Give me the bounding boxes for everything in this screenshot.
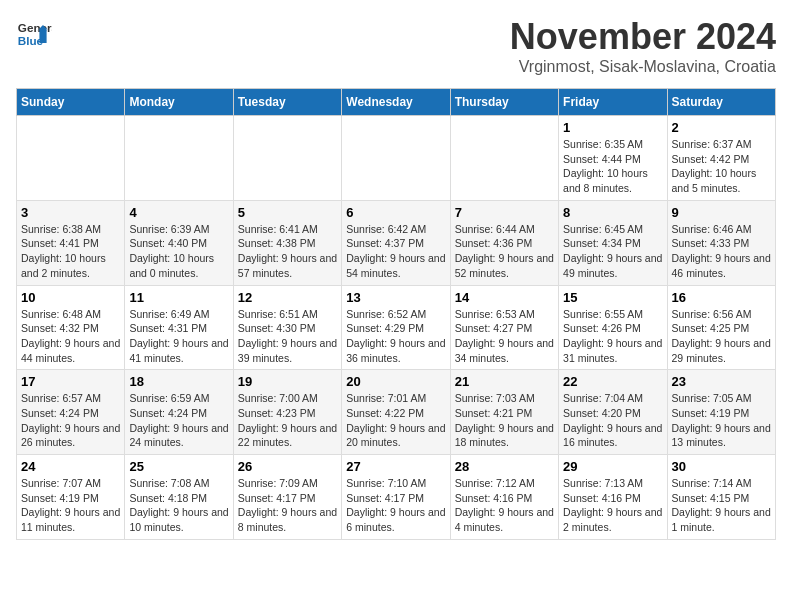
day-number: 30 xyxy=(672,459,771,474)
calendar-cell xyxy=(342,116,450,201)
day-number: 24 xyxy=(21,459,120,474)
day-number: 12 xyxy=(238,290,337,305)
day-number: 28 xyxy=(455,459,554,474)
calendar-cell: 29Sunrise: 7:13 AM Sunset: 4:16 PM Dayli… xyxy=(559,455,667,540)
calendar-cell: 17Sunrise: 6:57 AM Sunset: 4:24 PM Dayli… xyxy=(17,370,125,455)
day-number: 10 xyxy=(21,290,120,305)
calendar-cell: 24Sunrise: 7:07 AM Sunset: 4:19 PM Dayli… xyxy=(17,455,125,540)
page-title: November 2024 xyxy=(510,16,776,58)
day-info: Sunrise: 6:45 AM Sunset: 4:34 PM Dayligh… xyxy=(563,222,662,281)
day-info: Sunrise: 7:03 AM Sunset: 4:21 PM Dayligh… xyxy=(455,391,554,450)
day-info: Sunrise: 6:41 AM Sunset: 4:38 PM Dayligh… xyxy=(238,222,337,281)
day-number: 17 xyxy=(21,374,120,389)
day-number: 23 xyxy=(672,374,771,389)
calendar-cell xyxy=(450,116,558,201)
day-info: Sunrise: 7:04 AM Sunset: 4:20 PM Dayligh… xyxy=(563,391,662,450)
svg-text:General: General xyxy=(18,21,52,34)
calendar-cell: 14Sunrise: 6:53 AM Sunset: 4:27 PM Dayli… xyxy=(450,285,558,370)
calendar-cell: 10Sunrise: 6:48 AM Sunset: 4:32 PM Dayli… xyxy=(17,285,125,370)
title-area: November 2024 Vrginmost, Sisak-Moslavina… xyxy=(510,16,776,76)
day-info: Sunrise: 6:55 AM Sunset: 4:26 PM Dayligh… xyxy=(563,307,662,366)
calendar-cell: 8Sunrise: 6:45 AM Sunset: 4:34 PM Daylig… xyxy=(559,200,667,285)
day-number: 14 xyxy=(455,290,554,305)
calendar-week-row: 3Sunrise: 6:38 AM Sunset: 4:41 PM Daylig… xyxy=(17,200,776,285)
day-info: Sunrise: 6:49 AM Sunset: 4:31 PM Dayligh… xyxy=(129,307,228,366)
calendar-cell: 5Sunrise: 6:41 AM Sunset: 4:38 PM Daylig… xyxy=(233,200,341,285)
calendar-table: SundayMondayTuesdayWednesdayThursdayFrid… xyxy=(16,88,776,540)
page-subtitle: Vrginmost, Sisak-Moslavina, Croatia xyxy=(510,58,776,76)
weekday-header-cell: Friday xyxy=(559,89,667,116)
calendar-cell: 20Sunrise: 7:01 AM Sunset: 4:22 PM Dayli… xyxy=(342,370,450,455)
calendar-cell: 15Sunrise: 6:55 AM Sunset: 4:26 PM Dayli… xyxy=(559,285,667,370)
calendar-cell: 23Sunrise: 7:05 AM Sunset: 4:19 PM Dayli… xyxy=(667,370,775,455)
logo-icon: General Blue xyxy=(16,16,52,52)
calendar-cell: 19Sunrise: 7:00 AM Sunset: 4:23 PM Dayli… xyxy=(233,370,341,455)
calendar-cell xyxy=(233,116,341,201)
weekday-header-row: SundayMondayTuesdayWednesdayThursdayFrid… xyxy=(17,89,776,116)
day-info: Sunrise: 7:07 AM Sunset: 4:19 PM Dayligh… xyxy=(21,476,120,535)
day-info: Sunrise: 6:57 AM Sunset: 4:24 PM Dayligh… xyxy=(21,391,120,450)
day-info: Sunrise: 7:00 AM Sunset: 4:23 PM Dayligh… xyxy=(238,391,337,450)
day-info: Sunrise: 7:01 AM Sunset: 4:22 PM Dayligh… xyxy=(346,391,445,450)
day-number: 19 xyxy=(238,374,337,389)
calendar-week-row: 24Sunrise: 7:07 AM Sunset: 4:19 PM Dayli… xyxy=(17,455,776,540)
calendar-cell: 7Sunrise: 6:44 AM Sunset: 4:36 PM Daylig… xyxy=(450,200,558,285)
day-info: Sunrise: 6:35 AM Sunset: 4:44 PM Dayligh… xyxy=(563,137,662,196)
weekday-header-cell: Thursday xyxy=(450,89,558,116)
header: General Blue November 2024 Vrginmost, Si… xyxy=(16,16,776,76)
calendar-cell: 9Sunrise: 6:46 AM Sunset: 4:33 PM Daylig… xyxy=(667,200,775,285)
calendar-cell: 18Sunrise: 6:59 AM Sunset: 4:24 PM Dayli… xyxy=(125,370,233,455)
day-number: 15 xyxy=(563,290,662,305)
day-info: Sunrise: 7:05 AM Sunset: 4:19 PM Dayligh… xyxy=(672,391,771,450)
day-info: Sunrise: 6:53 AM Sunset: 4:27 PM Dayligh… xyxy=(455,307,554,366)
day-info: Sunrise: 7:14 AM Sunset: 4:15 PM Dayligh… xyxy=(672,476,771,535)
calendar-cell: 1Sunrise: 6:35 AM Sunset: 4:44 PM Daylig… xyxy=(559,116,667,201)
day-info: Sunrise: 7:10 AM Sunset: 4:17 PM Dayligh… xyxy=(346,476,445,535)
day-number: 3 xyxy=(21,205,120,220)
calendar-cell: 11Sunrise: 6:49 AM Sunset: 4:31 PM Dayli… xyxy=(125,285,233,370)
weekday-header-cell: Wednesday xyxy=(342,89,450,116)
day-number: 7 xyxy=(455,205,554,220)
calendar-cell: 4Sunrise: 6:39 AM Sunset: 4:40 PM Daylig… xyxy=(125,200,233,285)
day-number: 27 xyxy=(346,459,445,474)
day-info: Sunrise: 6:51 AM Sunset: 4:30 PM Dayligh… xyxy=(238,307,337,366)
day-number: 8 xyxy=(563,205,662,220)
day-info: Sunrise: 7:09 AM Sunset: 4:17 PM Dayligh… xyxy=(238,476,337,535)
calendar-cell: 22Sunrise: 7:04 AM Sunset: 4:20 PM Dayli… xyxy=(559,370,667,455)
day-info: Sunrise: 6:38 AM Sunset: 4:41 PM Dayligh… xyxy=(21,222,120,281)
calendar-cell: 3Sunrise: 6:38 AM Sunset: 4:41 PM Daylig… xyxy=(17,200,125,285)
calendar-cell: 13Sunrise: 6:52 AM Sunset: 4:29 PM Dayli… xyxy=(342,285,450,370)
day-info: Sunrise: 6:52 AM Sunset: 4:29 PM Dayligh… xyxy=(346,307,445,366)
day-info: Sunrise: 6:44 AM Sunset: 4:36 PM Dayligh… xyxy=(455,222,554,281)
day-number: 18 xyxy=(129,374,228,389)
weekday-header-cell: Monday xyxy=(125,89,233,116)
day-number: 20 xyxy=(346,374,445,389)
calendar-cell: 21Sunrise: 7:03 AM Sunset: 4:21 PM Dayli… xyxy=(450,370,558,455)
calendar-cell: 12Sunrise: 6:51 AM Sunset: 4:30 PM Dayli… xyxy=(233,285,341,370)
day-info: Sunrise: 6:46 AM Sunset: 4:33 PM Dayligh… xyxy=(672,222,771,281)
day-number: 4 xyxy=(129,205,228,220)
calendar-cell: 25Sunrise: 7:08 AM Sunset: 4:18 PM Dayli… xyxy=(125,455,233,540)
day-info: Sunrise: 7:12 AM Sunset: 4:16 PM Dayligh… xyxy=(455,476,554,535)
calendar-cell: 26Sunrise: 7:09 AM Sunset: 4:17 PM Dayli… xyxy=(233,455,341,540)
day-number: 25 xyxy=(129,459,228,474)
calendar-cell: 16Sunrise: 6:56 AM Sunset: 4:25 PM Dayli… xyxy=(667,285,775,370)
day-number: 21 xyxy=(455,374,554,389)
day-number: 9 xyxy=(672,205,771,220)
day-number: 11 xyxy=(129,290,228,305)
day-info: Sunrise: 6:48 AM Sunset: 4:32 PM Dayligh… xyxy=(21,307,120,366)
day-number: 29 xyxy=(563,459,662,474)
calendar-cell: 30Sunrise: 7:14 AM Sunset: 4:15 PM Dayli… xyxy=(667,455,775,540)
day-info: Sunrise: 6:37 AM Sunset: 4:42 PM Dayligh… xyxy=(672,137,771,196)
weekday-header-cell: Saturday xyxy=(667,89,775,116)
day-number: 6 xyxy=(346,205,445,220)
calendar-week-row: 17Sunrise: 6:57 AM Sunset: 4:24 PM Dayli… xyxy=(17,370,776,455)
calendar-week-row: 1Sunrise: 6:35 AM Sunset: 4:44 PM Daylig… xyxy=(17,116,776,201)
day-number: 16 xyxy=(672,290,771,305)
weekday-header-cell: Tuesday xyxy=(233,89,341,116)
calendar-week-row: 10Sunrise: 6:48 AM Sunset: 4:32 PM Dayli… xyxy=(17,285,776,370)
day-info: Sunrise: 6:39 AM Sunset: 4:40 PM Dayligh… xyxy=(129,222,228,281)
day-info: Sunrise: 6:59 AM Sunset: 4:24 PM Dayligh… xyxy=(129,391,228,450)
calendar-cell: 28Sunrise: 7:12 AM Sunset: 4:16 PM Dayli… xyxy=(450,455,558,540)
logo: General Blue xyxy=(16,16,52,52)
